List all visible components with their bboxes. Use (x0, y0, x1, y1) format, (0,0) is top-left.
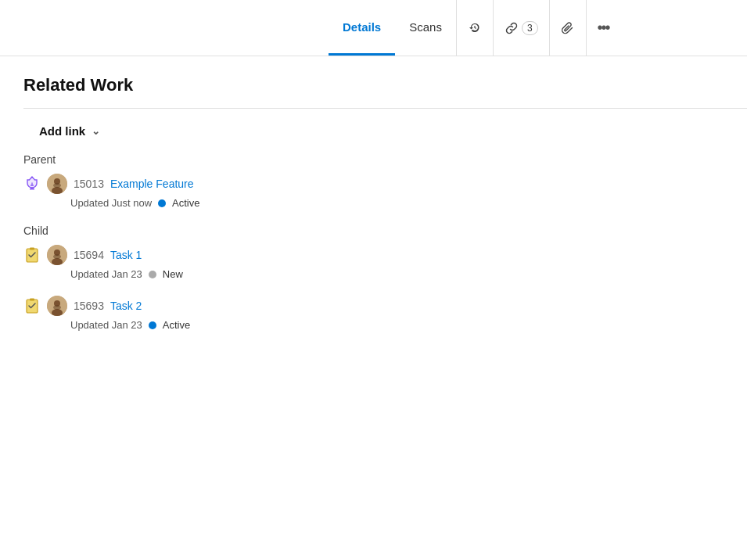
svg-point-13 (53, 254, 61, 259)
wi-id-15694: 15694 (74, 249, 104, 261)
status-dot-15013 (158, 199, 166, 207)
status-text-15694: New (163, 268, 183, 280)
status-dot-15693 (149, 321, 156, 329)
main-content: Related Work Add link ⌄ Parent (0, 56, 747, 331)
svg-point-7 (53, 183, 61, 188)
more-icon: ••• (598, 19, 609, 37)
history-button[interactable] (456, 0, 493, 56)
svg-rect-15 (30, 299, 34, 301)
svg-point-19 (53, 305, 61, 310)
parent-label: Parent (23, 153, 747, 166)
svg-rect-9 (30, 248, 34, 250)
chevron-down-icon: ⌄ (92, 125, 100, 137)
work-item-15694: 15694 Task 1 Updated Jan 23 New (23, 245, 747, 280)
link-icon (505, 21, 519, 35)
tab-bar: Details Scans 3 ••• (0, 0, 747, 56)
svg-rect-3 (30, 188, 34, 190)
task-type-icon-15693 (23, 297, 41, 314)
wi-title-15013[interactable]: Example Feature (110, 178, 194, 190)
divider (23, 108, 747, 109)
links-button[interactable]: 3 (493, 0, 549, 56)
task-type-icon-15694 (23, 246, 41, 264)
work-item-15693: 15693 Task 2 Updated Jan 23 Active (23, 296, 747, 331)
wi-updated-15013: Updated Just now (70, 197, 152, 209)
svg-rect-2 (31, 188, 34, 189)
avatar-15694 (47, 245, 67, 265)
avatar-15693 (47, 296, 67, 316)
tab-scans[interactable]: Scans (395, 0, 456, 56)
wi-updated-15694: Updated Jan 23 (70, 268, 142, 280)
status-text-15693: Active (163, 319, 190, 331)
status-dot-15694 (149, 271, 156, 278)
add-link-button[interactable]: Add link ⌄ (39, 124, 100, 138)
section-title: Related Work (23, 75, 747, 95)
wi-id-15693: 15693 (74, 300, 104, 312)
child-label: Child (23, 224, 747, 237)
tab-details[interactable]: Details (329, 0, 395, 56)
more-button[interactable]: ••• (586, 0, 620, 56)
links-badge: 3 (522, 21, 538, 35)
history-icon (468, 21, 482, 35)
wi-title-15694[interactable]: Task 1 (110, 249, 142, 261)
avatar-15013 (47, 174, 67, 194)
paperclip-icon (561, 21, 575, 35)
wi-updated-15693: Updated Jan 23 (70, 319, 142, 331)
feature-type-icon (23, 175, 41, 192)
status-text-15013: Active (172, 197, 199, 209)
group-child: Child (23, 224, 747, 331)
work-item-15013: 15013 Example Feature Updated Just now A… (23, 174, 747, 209)
attachments-button[interactable] (549, 0, 586, 56)
group-parent: Parent (23, 153, 747, 209)
wi-id-15013: 15013 (74, 178, 104, 190)
wi-title-15693[interactable]: Task 2 (110, 300, 142, 312)
